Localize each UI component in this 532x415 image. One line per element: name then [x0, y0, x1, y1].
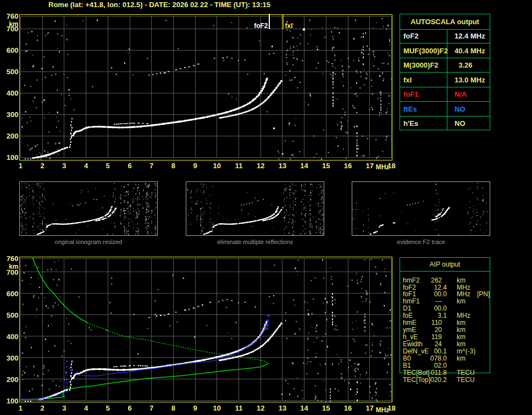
svg-text:9: 9: [193, 162, 197, 170]
svg-text:11: 11: [235, 404, 243, 412]
svg-text:300: 300: [7, 354, 19, 362]
svg-text:2: 2: [40, 404, 44, 412]
svg-text:14: 14: [300, 404, 308, 412]
svg-text:12: 12: [257, 404, 264, 412]
svg-text:2: 2: [40, 162, 44, 170]
svg-text:16: 16: [344, 162, 352, 170]
svg-text:3: 3: [62, 162, 66, 170]
svg-text:original ionogram resized: original ionogram resized: [55, 239, 123, 245]
svg-text:8: 8: [171, 404, 175, 412]
svg-text:400: 400: [7, 89, 19, 97]
svg-text:7: 7: [149, 404, 153, 412]
svg-text:17: 17: [366, 162, 374, 170]
svg-text:5: 5: [106, 404, 110, 412]
svg-text:600: 600: [7, 290, 19, 298]
svg-text:100: 100: [7, 397, 19, 405]
svg-text:4: 4: [84, 162, 88, 170]
svg-text:7: 7: [149, 162, 153, 170]
svg-text:evidence F2 trace: evidence F2 trace: [397, 239, 445, 245]
svg-text:300: 300: [7, 110, 19, 119]
svg-text:foF2: foF2: [254, 22, 268, 30]
svg-text:12: 12: [257, 162, 264, 170]
svg-text:400: 400: [7, 333, 19, 341]
svg-text:6: 6: [128, 162, 131, 170]
svg-text:15: 15: [322, 404, 330, 412]
svg-text:500: 500: [7, 311, 19, 319]
svg-text:600: 600: [7, 46, 19, 54]
svg-text:4: 4: [84, 404, 88, 412]
svg-text:fxI: fxI: [285, 22, 293, 30]
svg-text:200: 200: [7, 375, 19, 384]
svg-text:100: 100: [7, 153, 19, 162]
svg-text:760: 760: [7, 12, 19, 20]
svg-text:MHz: MHz: [376, 163, 390, 171]
svg-text:MHz: MHz: [376, 406, 390, 414]
svg-text:km: km: [9, 263, 18, 270]
svg-text:9: 9: [193, 404, 197, 412]
svg-text:760: 760: [7, 254, 19, 263]
svg-text:13: 13: [279, 404, 286, 412]
svg-text:17: 17: [366, 404, 374, 412]
svg-text:14: 14: [300, 162, 308, 170]
svg-text:10: 10: [213, 162, 221, 170]
svg-text:1: 1: [19, 162, 23, 170]
svg-text:500: 500: [7, 68, 19, 76]
svg-text:1: 1: [19, 404, 23, 412]
svg-text:5: 5: [106, 162, 110, 170]
svg-text:11: 11: [235, 162, 243, 170]
svg-text:3: 3: [62, 404, 66, 412]
svg-text:6: 6: [128, 404, 131, 412]
svg-text:13: 13: [279, 162, 286, 170]
svg-text:16: 16: [344, 404, 352, 412]
svg-text:km: km: [9, 20, 18, 28]
svg-text:eliminate multiple reflections: eliminate multiple reflections: [217, 239, 293, 245]
svg-text:200: 200: [7, 132, 19, 140]
svg-text:10: 10: [213, 404, 221, 412]
svg-text:15: 15: [322, 162, 330, 170]
svg-text:8: 8: [171, 162, 175, 170]
